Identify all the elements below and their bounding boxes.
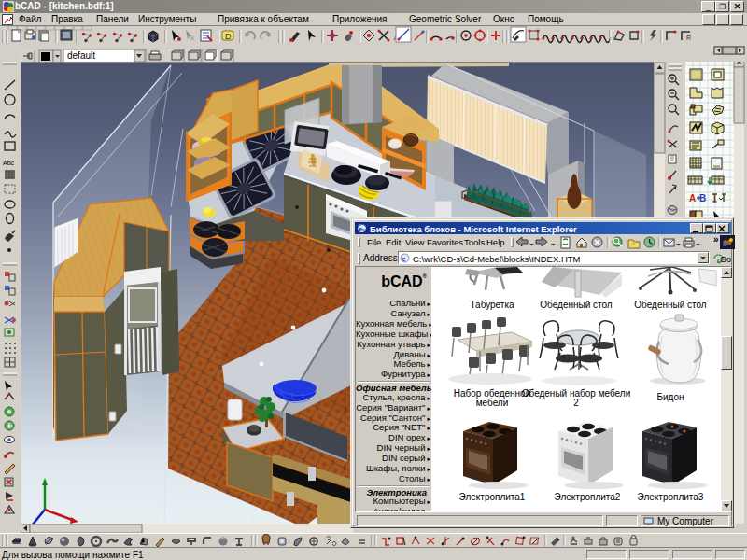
svg-text:Go: Go [720, 255, 731, 264]
svg-text:Abc: Abc [3, 160, 15, 166]
svg-text:B: B [699, 193, 706, 203]
svg-text:D: D [225, 32, 232, 41]
svg-text:A: A [689, 193, 696, 203]
svg-text:e: e [359, 224, 362, 233]
svg-text:»: » [713, 234, 719, 245]
svg-text:default: default [67, 50, 95, 61]
svg-text:e: e [402, 254, 406, 263]
svg-text:R: R [686, 35, 691, 41]
